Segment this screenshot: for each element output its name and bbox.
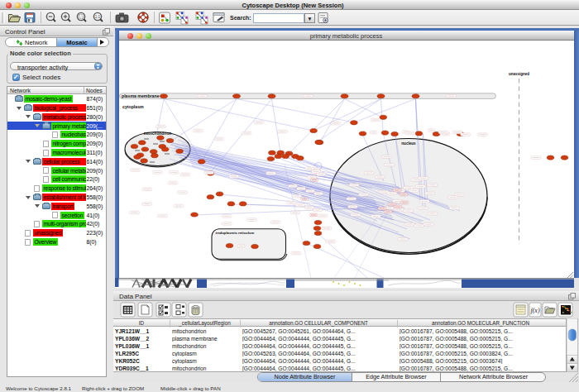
- svg-text:mitochondrion: mitochondrion: [143, 131, 171, 136]
- svg-text:endoplasmic reticulum: endoplasmic reticulum: [215, 231, 254, 235]
- svg-text:plasma membrane: plasma membrane: [122, 93, 160, 98]
- svg-text:f(x): f(x): [530, 307, 539, 314]
- svg-text:cytoplasm: cytoplasm: [122, 104, 144, 109]
- svg-text:1:1: 1:1: [95, 15, 101, 19]
- svg-text:unassigned: unassigned: [508, 72, 529, 76]
- svg-text:nucleus: nucleus: [401, 141, 416, 146]
